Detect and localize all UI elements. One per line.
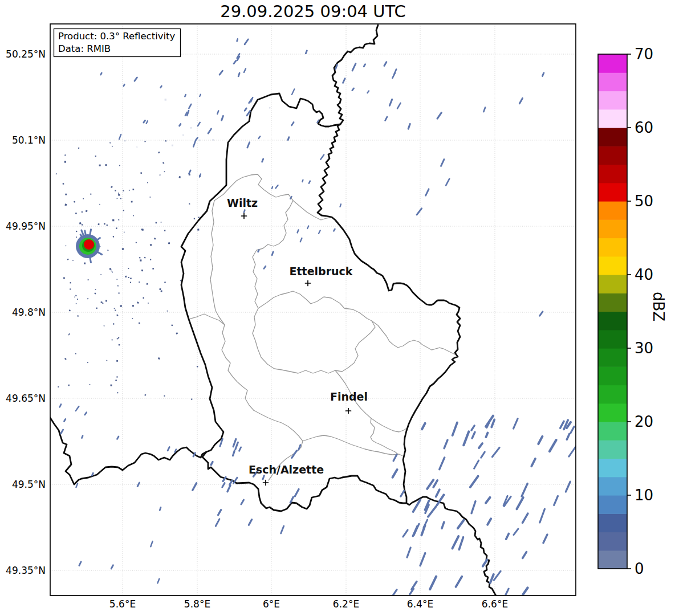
echo-dash [161, 86, 162, 88]
colorbar-segment [598, 238, 627, 257]
x-axis-tick-label: 5.8°E [184, 598, 210, 610]
echo-dot [140, 172, 142, 174]
echo-dot [115, 190, 116, 191]
echo-dot [76, 303, 77, 304]
echo-dash [364, 64, 365, 67]
echo-dot [128, 277, 129, 278]
echo-dot [152, 268, 154, 270]
echo-dash [64, 419, 66, 422]
echo-dash [180, 124, 181, 126]
colorbar-segment [598, 91, 627, 110]
echo-dot [96, 307, 97, 309]
echo-dot [115, 380, 117, 381]
echo-dot [130, 278, 132, 279]
echo-dot [104, 223, 105, 225]
echo-dot [112, 339, 113, 340]
colorbar-segment [598, 256, 627, 275]
echo-dot [132, 189, 134, 190]
echo-dot [191, 398, 192, 399]
radar-map-figure: WiltzEttelbruckFindelEsch/Alzette Produc… [0, 0, 675, 616]
echo-dash [306, 51, 307, 54]
colorbar-tick-label: 30 [635, 340, 653, 357]
echo-dot [58, 386, 59, 387]
echo-dash [298, 230, 299, 232]
echo-dash [237, 39, 238, 41]
echo-dot [150, 259, 151, 260]
colorbar-segment [598, 109, 627, 128]
colorbar-segment [598, 532, 627, 551]
colorbar-segment [598, 422, 627, 440]
colorbar-segment [598, 54, 627, 73]
echo-dot [114, 308, 115, 309]
echo-dot [147, 283, 148, 285]
x-axis-tick-label: 6°E [263, 598, 280, 610]
echo-dash [160, 507, 161, 510]
echo-dot [117, 392, 118, 393]
colorbar-segment [598, 477, 627, 496]
echo-dot [139, 282, 140, 283]
echo-dot [64, 161, 66, 162]
radar-site-ring [84, 239, 94, 250]
echo-dot [143, 297, 144, 298]
echo-dot [120, 198, 121, 199]
echo-dot [123, 210, 125, 211]
echo-dot [117, 338, 118, 339]
echo-dot [116, 360, 118, 362]
echo-dot [112, 219, 114, 221]
echo-dash [124, 84, 125, 86]
echo-dot [107, 225, 108, 226]
echo-dot [100, 301, 102, 303]
echo-dot [164, 99, 166, 101]
colorbar-tick-label: 60 [635, 119, 653, 136]
echo-dot [116, 376, 117, 377]
info-source-line: Data: RMIB [58, 43, 111, 54]
echo-dot [72, 260, 74, 261]
echo-dot [82, 224, 83, 226]
echo-dot [95, 156, 96, 157]
echo-dot [198, 217, 200, 218]
echo-dash [200, 95, 200, 96]
echo-dot [99, 204, 100, 205]
echo-dot [144, 141, 145, 142]
echo-dash [288, 137, 289, 140]
y-axis-tick-label: 49.95°N [6, 221, 46, 232]
colorbar-segment [598, 440, 627, 459]
y-axis-tick-label: 49.35°N [6, 565, 46, 576]
echo-dot [97, 223, 99, 225]
echo-dot [123, 190, 124, 191]
echo-dash [302, 180, 303, 182]
echo-dot [182, 134, 184, 136]
echo-dot [194, 218, 195, 219]
echo-dot [117, 285, 119, 286]
colorbar-segment [598, 403, 627, 422]
echo-dot [67, 259, 69, 260]
echo-dot [70, 288, 71, 290]
city-label-esch-alzette: Esch/Alzette [249, 463, 324, 476]
echo-dot [132, 305, 134, 307]
colorbar-segment [598, 513, 627, 532]
echo-dot [168, 242, 170, 244]
colorbar-segment [598, 128, 627, 146]
info-box: Product: 0.3° Reflectivity Data: RMIB [54, 29, 181, 57]
echo-dot [198, 139, 200, 141]
echo-dot [131, 201, 133, 202]
colorbar-tick-label: 0 [635, 560, 644, 577]
info-product-line: Product: 0.3° Reflectivity [58, 31, 176, 42]
colorbar-segment [598, 183, 627, 202]
echo-dot [144, 394, 146, 396]
echo-dot [161, 222, 162, 223]
echo-dot [124, 231, 125, 232]
echo-dot [118, 292, 119, 293]
echo-dot [120, 305, 122, 307]
echo-dash [262, 159, 263, 162]
echo-dash [238, 73, 239, 76]
y-axis-tick-label: 49.8°N [12, 307, 46, 318]
x-axis-tick-label: 5.6°E [109, 598, 136, 610]
echo-dot [63, 277, 65, 279]
echo-dot [119, 344, 120, 346]
echo-dot [77, 299, 78, 300]
x-axis-tick-label: 6.2°E [333, 598, 359, 610]
colorbar-segment [598, 165, 627, 183]
echo-dot [90, 193, 91, 194]
y-axis-tick-label: 50.25°N [6, 48, 46, 60]
